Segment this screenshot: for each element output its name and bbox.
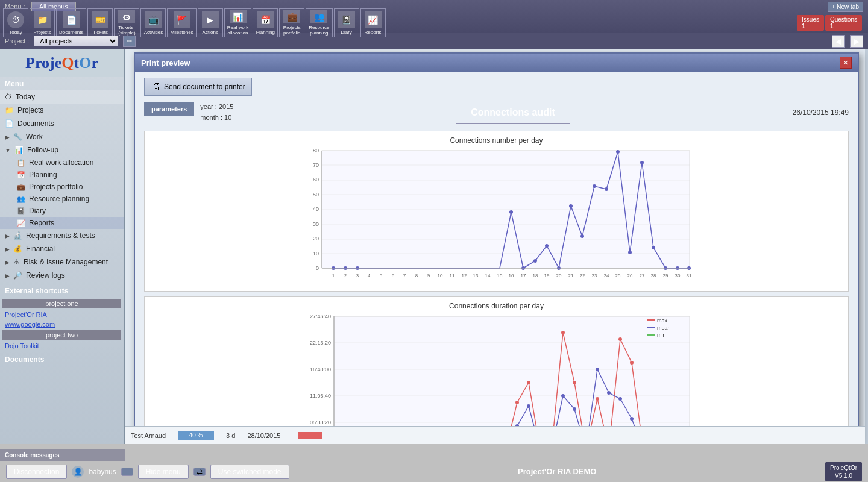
svg-text:16:40:00: 16:40:00 xyxy=(309,366,330,372)
svg-text:14: 14 xyxy=(485,273,490,278)
sidebar-item-real-work[interactable]: 📋 Real work allocation xyxy=(0,157,124,169)
svg-text:3: 3 xyxy=(356,273,359,278)
shortcut-projector-ria[interactable]: Project'Or RIA xyxy=(0,310,124,319)
sidebar-item-resource-planning[interactable]: 👥 Resource planning xyxy=(0,193,124,205)
svg-text:22:13:20: 22:13:20 xyxy=(309,340,330,346)
real-work-toolbar-btn[interactable]: 📊 Real workallocation xyxy=(224,8,252,37)
portfolio-toolbar-btn[interactable]: 💼 Projectsportfolio xyxy=(279,8,304,37)
project-selector[interactable]: All projects xyxy=(34,36,118,46)
disconnect-button[interactable]: Disconnection xyxy=(6,465,67,479)
planning-toolbar-btn[interactable]: 📅 Planning xyxy=(253,8,278,37)
sidebar-item-today[interactable]: ⏱ Today xyxy=(0,90,124,104)
today-toolbar-btn[interactable]: ⏱ Today xyxy=(3,8,28,37)
expand-review-icon: ▶ xyxy=(5,272,10,279)
svg-text:10: 10 xyxy=(437,273,442,278)
svg-text:11: 11 xyxy=(449,273,454,278)
row-name: Test Arnaud xyxy=(131,432,166,439)
tickets-toolbar-btn[interactable]: 🎫 Tickets xyxy=(87,8,113,37)
shortcut-google[interactable]: www.google.com xyxy=(0,319,124,329)
svg-text:15: 15 xyxy=(497,273,502,278)
resource-planning-sidebar-label: Resource planning xyxy=(29,195,89,203)
svg-text:9: 9 xyxy=(427,273,430,278)
svg-point-136 xyxy=(618,397,622,401)
milestones-toolbar-btn[interactable]: 🚩 Milestones xyxy=(167,8,196,37)
portfolio-icon: 💼 xyxy=(17,183,25,191)
documents-icon: 📄 xyxy=(5,119,14,128)
svg-point-55 xyxy=(533,259,537,263)
sidebar-item-requirements[interactable]: ▶ 🔬 Requirements & tests xyxy=(0,229,124,242)
sidebar-item-portfolio[interactable]: 💼 Projects portfolio xyxy=(0,181,124,193)
svg-text:80: 80 xyxy=(312,148,318,154)
svg-text:27: 27 xyxy=(639,273,644,278)
chart1-svg: 0 10 20 30 40 50 60 70 80 1 2 3 xyxy=(298,148,696,286)
switch-icon xyxy=(121,468,133,476)
toolbar: ⏱ Today 📁 Projects 📄 Documents 🎫 Tickets… xyxy=(0,13,868,33)
projects-toolbar-btn[interactable]: 📁 Projects xyxy=(30,8,55,37)
svg-text:31: 31 xyxy=(686,273,691,278)
send-to-printer-button[interactable]: 🖨 Send document to printer xyxy=(144,78,252,96)
milestones-label: Milestones xyxy=(170,30,193,35)
followup-icon: 📊 xyxy=(14,146,24,154)
resource-planning-toolbar-btn[interactable]: 👥 Resourceplanning xyxy=(306,8,332,37)
sidebar-item-risk[interactable]: ▶ ⚠ Risk & Issue Management xyxy=(0,255,124,269)
svg-point-121 xyxy=(515,401,519,404)
use-switched-mode-button[interactable]: Use switched mode xyxy=(210,465,289,479)
sidebar-item-documents[interactable]: 📄 Documents xyxy=(0,117,124,130)
svg-text:20: 20 xyxy=(556,273,561,278)
edit-project-button[interactable]: ✏ xyxy=(123,36,136,47)
requirements-sidebar-label: Requirements & tests xyxy=(26,231,95,240)
svg-point-56 xyxy=(545,244,549,248)
projects-icon: 📁 xyxy=(5,106,14,114)
projects-sidebar-label: Projects xyxy=(17,106,43,114)
activities-toolbar-btn[interactable]: 📺 Activities xyxy=(140,8,166,37)
tickets-simple-toolbar-btn[interactable]: 🎟 Tickets(simple) xyxy=(114,8,139,37)
hide-menu-button[interactable]: Hide menu xyxy=(138,465,189,479)
sidebar-item-review[interactable]: ▶ 🔎 Review logs xyxy=(0,269,124,282)
svg-point-53 xyxy=(509,210,513,214)
work-icon: 🔧 xyxy=(13,133,22,141)
review-sidebar-label: Review logs xyxy=(26,271,65,280)
printer-icon: 🖨 xyxy=(151,81,160,92)
sidebar-item-work[interactable]: ▶ 🔧 Work xyxy=(0,130,124,143)
actions-label: Actions xyxy=(203,30,218,35)
svg-rect-115 xyxy=(647,319,655,321)
sidebar-item-projects[interactable]: 📁 Projects xyxy=(0,104,124,117)
actions-toolbar-btn[interactable]: ▶ Actions xyxy=(198,8,223,37)
version-box: ProjeQtOr V5.1.0 xyxy=(825,462,862,481)
requirements-icon: 🔬 xyxy=(13,231,22,240)
svg-text:29: 29 xyxy=(662,273,668,278)
review-icon: 🔎 xyxy=(13,271,22,280)
expand-fin-icon: ▶ xyxy=(5,246,10,252)
tickets-label: Tickets xyxy=(93,30,108,35)
sidebar-item-diary[interactable]: 📓 Diary xyxy=(0,205,124,217)
documents-toolbar-btn[interactable]: 📄 Documents xyxy=(56,8,86,37)
shortcut-project-one[interactable]: project one xyxy=(2,299,121,308)
sidebar-header: Menu xyxy=(0,77,124,90)
shortcut-dojo[interactable]: Dojo Toolkit xyxy=(0,341,124,351)
scroll-right-toolbar[interactable]: ▶ xyxy=(850,35,863,48)
svg-text:1: 1 xyxy=(332,273,335,278)
sidebar-item-planning[interactable]: 📅 Planning xyxy=(0,169,124,181)
resource-planning-label: Resourceplanning xyxy=(309,25,329,36)
svg-text:2: 2 xyxy=(344,273,347,278)
reports-toolbar-btn[interactable]: 📈 Reports xyxy=(360,8,386,37)
svg-point-137 xyxy=(630,417,634,421)
svg-text:6: 6 xyxy=(391,273,394,278)
real-work-icon: 📋 xyxy=(17,159,25,167)
tickets-simple-label: Tickets(simple) xyxy=(118,25,135,36)
new-tab-button[interactable]: + New tab xyxy=(828,2,863,12)
questions-badge: Questions1 xyxy=(825,15,862,31)
svg-text:18: 18 xyxy=(532,273,538,278)
dialog-close-button[interactable]: × xyxy=(840,57,852,69)
scroll-left-toolbar[interactable]: ◀ xyxy=(832,35,845,48)
svg-point-58 xyxy=(569,204,573,208)
shortcut-project-two[interactable]: project two xyxy=(2,330,121,340)
diary-toolbar-btn[interactable]: 📓 Diary xyxy=(334,8,359,37)
svg-rect-0 xyxy=(322,151,690,268)
sidebar-item-financial[interactable]: ▶ 💰 Financial xyxy=(0,242,124,255)
project-label: Project : xyxy=(5,37,29,45)
sidebar-item-followup[interactable]: ▼ 📊 Follow-up xyxy=(0,143,124,157)
work-sidebar-label: Work xyxy=(26,133,43,141)
sidebar-item-reports[interactable]: 📈 Reports xyxy=(0,217,124,229)
planning-label: Planning xyxy=(256,30,275,35)
